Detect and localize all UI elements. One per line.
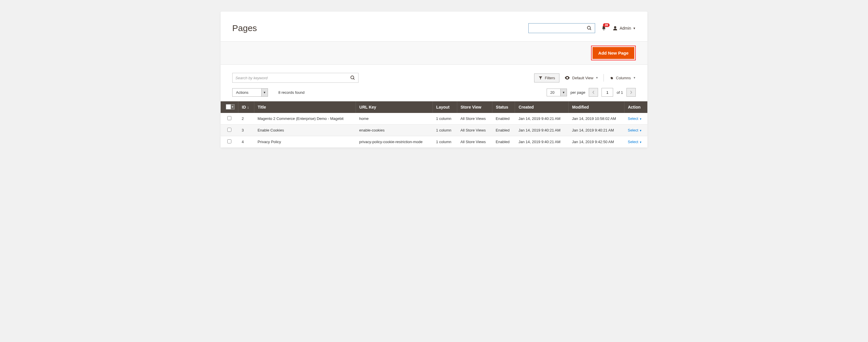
search-icon — [587, 26, 592, 31]
global-search-input[interactable] — [531, 26, 586, 30]
divider — [603, 74, 604, 82]
cell-storeview: All Store Views — [457, 136, 492, 148]
col-modified[interactable]: Modified — [568, 101, 624, 113]
svg-point-3 — [614, 26, 617, 28]
svg-line-1 — [590, 29, 591, 30]
header-right: 39 Admin ▼ — [528, 23, 636, 33]
global-search-button[interactable] — [586, 25, 592, 31]
pages-table: ▼ ID↓ Title URL Key Layout Store View St… — [221, 101, 647, 148]
svg-line-5 — [353, 79, 354, 80]
page-card: Pages 39 Admin ▼ Add New Page — [221, 11, 647, 148]
page-size-dropdown[interactable]: 20 ▼ — [547, 89, 567, 96]
table-row: 4Privacy Policyprivacy-policy-cookie-res… — [221, 136, 647, 148]
caret-down-icon: ▼ — [633, 76, 636, 79]
next-page-button[interactable] — [626, 88, 636, 97]
caret-down-icon: ▼ — [261, 89, 268, 96]
filters-label: Filters — [545, 76, 555, 80]
cell-title: Magento 2 Commerce (Enterprise) Demo - M… — [254, 113, 355, 125]
col-layout[interactable]: Layout — [433, 101, 457, 113]
row-checkbox[interactable] — [227, 139, 231, 144]
user-icon — [613, 26, 618, 31]
caret-down-icon: ▼ — [639, 141, 642, 144]
col-action[interactable]: Action — [624, 101, 647, 113]
caret-down-icon: ▼ — [639, 118, 642, 121]
gear-icon — [609, 75, 614, 80]
row-action-select[interactable]: Select ▼ — [628, 139, 642, 144]
row-checkbox[interactable] — [227, 128, 231, 132]
cell-storeview: All Store Views — [457, 125, 492, 136]
cell-layout: 1 column — [433, 136, 457, 148]
current-page-input[interactable] — [601, 88, 613, 97]
default-view-label: Default View — [572, 76, 593, 80]
columns-dropdown[interactable]: Columns ▼ — [609, 75, 636, 80]
row-action-select[interactable]: Select ▼ — [628, 128, 642, 132]
search-icon — [350, 75, 355, 81]
notifications[interactable]: 39 — [601, 25, 607, 31]
admin-label: Admin — [620, 26, 631, 30]
col-status[interactable]: Status — [492, 101, 515, 113]
global-search[interactable] — [528, 23, 595, 33]
columns-label: Columns — [616, 76, 631, 80]
cell-title: Enable Cookies — [254, 125, 355, 136]
keyword-search[interactable] — [232, 73, 359, 83]
page-title: Pages — [232, 23, 257, 33]
cell-status: Enabled — [492, 113, 515, 125]
cell-urlkey: privacy-policy-cookie-restriction-mode — [355, 136, 433, 148]
col-created[interactable]: Created — [515, 101, 568, 113]
keyword-search-input[interactable] — [236, 76, 350, 80]
cell-modified: Jan 14, 2019 10:58:02 AM — [568, 113, 624, 125]
meta-row: Actions ▼ 8 records found 20 ▼ per page … — [232, 88, 636, 97]
svg-point-0 — [588, 26, 591, 29]
of-pages-label: of 1 — [617, 90, 623, 95]
table-header: ▼ ID↓ Title URL Key Layout Store View St… — [221, 101, 647, 113]
cell-urlkey: home — [355, 113, 433, 125]
cell-action: Select ▼ — [624, 136, 647, 148]
caret-down-icon: ▼ — [560, 89, 567, 96]
cell-urlkey: enable-cookies — [355, 125, 433, 136]
col-urlkey[interactable]: URL Key — [355, 101, 433, 113]
svg-point-2 — [603, 29, 604, 30]
page-size-value: 20 — [547, 89, 560, 96]
table-body: 2Magento 2 Commerce (Enterprise) Demo - … — [221, 113, 647, 148]
row-checkbox[interactable] — [227, 116, 231, 120]
table-row: 3Enable Cookiesenable-cookies1 columnAll… — [221, 125, 647, 136]
col-storeview[interactable]: Store View — [457, 101, 492, 113]
cell-id: 2 — [238, 113, 254, 125]
per-page-label: per page — [570, 90, 585, 95]
col-title[interactable]: Title — [254, 101, 355, 113]
col-id[interactable]: ID↓ — [238, 101, 254, 113]
bulk-actions-label: Actions — [232, 89, 261, 96]
cell-status: Enabled — [492, 136, 515, 148]
caret-down-icon: ▼ — [596, 76, 598, 79]
default-view-dropdown[interactable]: Default View ▼ — [565, 76, 598, 80]
table-row: 2Magento 2 Commerce (Enterprise) Demo - … — [221, 113, 647, 125]
eye-icon — [565, 76, 570, 80]
cell-action: Select ▼ — [624, 125, 647, 136]
action-bar: Add New Page — [221, 41, 647, 65]
cell-id: 4 — [238, 136, 254, 148]
controls-row: Filters Default View ▼ Columns ▼ — [232, 73, 636, 83]
filters-button[interactable]: Filters — [534, 73, 559, 83]
prev-page-button[interactable] — [589, 88, 598, 97]
select-all-header[interactable]: ▼ — [221, 101, 238, 113]
row-checkbox-cell — [221, 125, 238, 136]
admin-user-menu[interactable]: Admin ▼ — [613, 26, 636, 31]
cell-modified: Jan 14, 2019 9:40:21 AM — [568, 125, 624, 136]
notif-badge: 39 — [603, 23, 610, 27]
chevron-left-icon — [592, 91, 594, 94]
cell-layout: 1 column — [433, 125, 457, 136]
chevron-right-icon — [630, 91, 632, 94]
cell-modified: Jan 14, 2019 9:42:50 AM — [568, 136, 624, 148]
cell-action: Select ▼ — [624, 113, 647, 125]
header-row: Pages 39 Admin ▼ — [232, 23, 636, 33]
row-checkbox-cell — [221, 113, 238, 125]
meta-left: Actions ▼ 8 records found — [232, 88, 305, 97]
meta-right: 20 ▼ per page of 1 — [547, 88, 636, 97]
cell-created: Jan 14, 2019 9:40:21 AM — [515, 125, 568, 136]
caret-down-icon: ▼ — [231, 104, 234, 109]
row-action-select[interactable]: Select ▼ — [628, 117, 642, 121]
bulk-actions-dropdown[interactable]: Actions ▼ — [232, 88, 268, 97]
add-new-page-button[interactable]: Add New Page — [592, 47, 634, 59]
cell-created: Jan 14, 2019 9:40:21 AM — [515, 136, 568, 148]
cell-title: Privacy Policy — [254, 136, 355, 148]
